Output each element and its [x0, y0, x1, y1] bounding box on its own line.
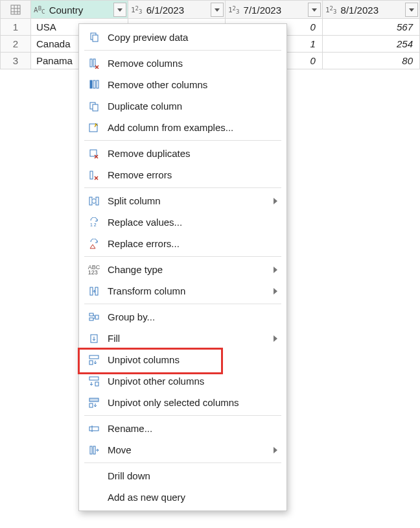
menu-rename[interactable]: Rename... [79, 418, 286, 439]
row-number: 1 [1, 18, 31, 35]
svg-rect-10 [93, 80, 95, 88]
select-all-corner[interactable] [1, 1, 31, 19]
svg-rect-16 [90, 171, 93, 179]
menu-change-type[interactable]: ABC123 Change type [79, 259, 286, 280]
column-header-date3[interactable]: 123 8/1/2023 [322, 1, 419, 19]
svg-rect-9 [90, 80, 92, 88]
menu-remove-errors[interactable]: Remove errors [79, 164, 286, 186]
type-number-icon: 123 [325, 5, 336, 15]
column-name: 6/1/2023 [146, 5, 184, 16]
column-header-date1[interactable]: 123 6/1/2023 [128, 1, 225, 19]
svg-rect-11 [97, 80, 99, 88]
svg-rect-13 [93, 104, 98, 111]
menu-separator [84, 415, 281, 416]
svg-rect-6 [93, 35, 98, 42]
remove-other-columns-icon [87, 80, 101, 90]
menu-duplicate-column[interactable]: Duplicate column [79, 95, 286, 117]
menu-unpivot-other[interactable]: Unpivot other columns [79, 370, 286, 392]
svg-rect-0 [11, 5, 20, 14]
cell-value[interactable]: 567 [322, 18, 419, 35]
column-name: Country [49, 5, 84, 16]
menu-separator [84, 462, 281, 463]
svg-rect-27 [89, 361, 93, 365]
svg-rect-22 [89, 313, 93, 316]
menu-replace-errors[interactable]: Replace errors... [79, 233, 286, 254]
menu-fill[interactable]: Fill [79, 328, 286, 349]
rename-icon [87, 424, 101, 434]
column-name: 7/1/2023 [244, 5, 281, 16]
svg-rect-28 [89, 377, 99, 380]
menu-transform-column[interactable]: Transform column [79, 280, 286, 302]
menu-remove-columns[interactable]: Remove columns [79, 53, 286, 74]
examples-icon [87, 123, 101, 133]
menu-separator [84, 50, 281, 51]
svg-text:1 2: 1 2 [90, 222, 97, 227]
svg-rect-23 [89, 318, 93, 320]
menu-copy-preview[interactable]: Copy preview data [79, 27, 286, 48]
cell-value[interactable]: 80 [322, 52, 419, 69]
svg-rect-30 [89, 398, 99, 402]
svg-rect-34 [90, 446, 92, 454]
split-icon [87, 196, 101, 206]
svg-rect-24 [95, 315, 99, 319]
remove-errors-icon [87, 170, 101, 180]
menu-separator [84, 187, 281, 188]
column-header-country[interactable]: ABC Country [31, 1, 128, 19]
column-context-menu: Copy preview data Remove columns Remove … [78, 23, 287, 511]
row-number: 2 [1, 35, 31, 52]
move-icon [87, 445, 101, 455]
group-by-icon [87, 312, 101, 322]
menu-group-by[interactable]: Group by... [79, 306, 286, 328]
svg-rect-26 [89, 355, 99, 359]
unpivot-other-icon [87, 376, 101, 387]
header-row: ABC Country 123 6/1/2023 123 7/1/2023 12… [1, 1, 420, 19]
remove-columns-icon [87, 58, 101, 69]
cell-value[interactable]: 254 [322, 35, 419, 52]
column-name: 8/1/2023 [341, 5, 379, 16]
type-text-icon: ABC [34, 5, 45, 15]
unpivot-icon [87, 355, 101, 365]
filter-dropdown[interactable] [308, 3, 321, 17]
fill-icon [87, 333, 101, 344]
filter-dropdown[interactable] [211, 3, 224, 17]
menu-separator [84, 304, 281, 304]
replace-values-icon: 1 2 [87, 217, 101, 228]
svg-rect-20 [90, 287, 93, 295]
copy-icon [87, 32, 101, 43]
menu-remove-duplicates[interactable]: Remove duplicates [79, 143, 286, 164]
svg-rect-35 [93, 446, 95, 454]
filter-dropdown[interactable] [405, 3, 418, 17]
filter-dropdown[interactable] [113, 3, 126, 17]
type-number-icon: 123 [228, 5, 239, 15]
menu-separator [84, 140, 281, 141]
unpivot-selected-icon [87, 398, 101, 408]
menu-unpivot-columns[interactable]: Unpivot columns [79, 349, 286, 370]
transform-icon [87, 286, 101, 296]
svg-rect-18 [96, 197, 99, 205]
menu-remove-other-columns[interactable]: Remove other columns [79, 74, 286, 95]
replace-errors-icon [87, 239, 101, 249]
remove-duplicates-icon [87, 149, 101, 159]
svg-rect-32 [89, 427, 99, 431]
menu-add-new-query[interactable]: Add as new query [79, 486, 286, 508]
change-type-icon: ABC123 [87, 265, 101, 275]
menu-separator [84, 256, 281, 257]
svg-rect-8 [93, 59, 95, 67]
row-number: 3 [1, 52, 31, 69]
duplicate-icon [87, 101, 101, 112]
svg-rect-29 [95, 382, 99, 386]
menu-replace-values[interactable]: 1 2 Replace values... [79, 211, 286, 233]
menu-move[interactable]: Move [79, 439, 286, 461]
column-header-date2[interactable]: 123 7/1/2023 [225, 1, 322, 19]
table-icon [10, 5, 21, 15]
menu-split-column[interactable]: Split column [79, 190, 286, 211]
type-number-icon: 123 [131, 5, 142, 15]
menu-add-from-examples[interactable]: Add column from examples... [79, 117, 286, 138]
svg-rect-17 [89, 197, 92, 205]
menu-drill-down[interactable]: Drill down [79, 465, 286, 486]
menu-unpivot-selected[interactable]: Unpivot only selected columns [79, 392, 286, 413]
svg-rect-31 [89, 403, 93, 407]
svg-rect-7 [90, 59, 92, 67]
